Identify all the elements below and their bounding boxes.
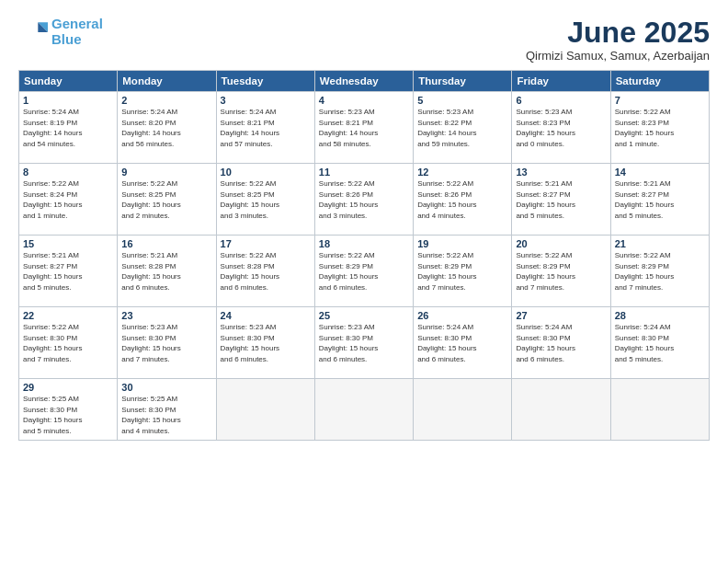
day-info: Sunrise: 5:22 AM Sunset: 8:30 PM Dayligh… — [23, 322, 113, 364]
day-info: Sunrise: 5:22 AM Sunset: 8:29 PM Dayligh… — [417, 250, 507, 293]
calendar-cell: 5Sunrise: 5:23 AM Sunset: 8:22 PM Daylig… — [414, 92, 512, 164]
calendar-cell: 24Sunrise: 5:23 AM Sunset: 8:30 PM Dayli… — [216, 307, 314, 379]
day-info: Sunrise: 5:21 AM Sunset: 8:27 PM Dayligh… — [516, 178, 606, 221]
logo-blue: Blue — [51, 31, 82, 47]
calendar-cell: 11Sunrise: 5:22 AM Sunset: 8:26 PM Dayli… — [314, 164, 413, 236]
day-info: Sunrise: 5:23 AM Sunset: 8:23 PM Dayligh… — [516, 107, 606, 149]
calendar-cell — [610, 379, 709, 440]
day-info: Sunrise: 5:23 AM Sunset: 8:30 PM Dayligh… — [121, 322, 211, 364]
calendar-cell: 3Sunrise: 5:24 AM Sunset: 8:21 PM Daylig… — [216, 92, 314, 164]
day-info: Sunrise: 5:21 AM Sunset: 8:27 PM Dayligh… — [615, 178, 705, 221]
day-info: Sunrise: 5:22 AM Sunset: 8:25 PM Dayligh… — [121, 178, 211, 221]
calendar-cell — [414, 379, 512, 440]
day-number: 26 — [417, 310, 507, 321]
calendar-cell — [512, 379, 610, 440]
day-number: 25 — [319, 310, 409, 321]
day-info: Sunrise: 5:24 AM Sunset: 8:20 PM Dayligh… — [121, 107, 211, 149]
day-info: Sunrise: 5:21 AM Sunset: 8:27 PM Dayligh… — [23, 250, 113, 293]
header-row: Sunday Monday Tuesday Wednesday Thursday… — [19, 71, 710, 92]
calendar-cell: 15Sunrise: 5:21 AM Sunset: 8:27 PM Dayli… — [19, 236, 118, 307]
col-monday: Monday — [118, 71, 216, 92]
calendar-cell: 8Sunrise: 5:22 AM Sunset: 8:24 PM Daylig… — [19, 164, 118, 236]
day-number: 18 — [319, 238, 409, 249]
day-info: Sunrise: 5:24 AM Sunset: 8:30 PM Dayligh… — [417, 322, 507, 364]
day-number: 28 — [615, 310, 705, 321]
calendar-cell: 22Sunrise: 5:22 AM Sunset: 8:30 PM Dayli… — [19, 307, 118, 379]
day-number: 9 — [121, 167, 211, 178]
day-info: Sunrise: 5:24 AM Sunset: 8:19 PM Dayligh… — [23, 107, 113, 149]
day-number: 13 — [516, 167, 606, 178]
day-info: Sunrise: 5:21 AM Sunset: 8:28 PM Dayligh… — [121, 250, 211, 293]
day-number: 2 — [121, 95, 211, 106]
calendar-cell: 29Sunrise: 5:25 AM Sunset: 8:30 PM Dayli… — [19, 379, 118, 440]
day-info: Sunrise: 5:24 AM Sunset: 8:30 PM Dayligh… — [516, 322, 606, 364]
calendar: Sunday Monday Tuesday Wednesday Thursday… — [18, 70, 710, 440]
calendar-cell: 28Sunrise: 5:24 AM Sunset: 8:30 PM Dayli… — [610, 307, 709, 379]
day-info: Sunrise: 5:24 AM Sunset: 8:21 PM Dayligh… — [221, 107, 311, 149]
day-number: 3 — [221, 95, 311, 106]
day-number: 6 — [516, 95, 606, 106]
calendar-cell: 7Sunrise: 5:22 AM Sunset: 8:23 PM Daylig… — [610, 92, 709, 164]
day-number: 24 — [221, 310, 311, 321]
calendar-cell: 17Sunrise: 5:22 AM Sunset: 8:28 PM Dayli… — [216, 236, 314, 307]
day-number: 23 — [121, 310, 211, 321]
calendar-cell: 16Sunrise: 5:21 AM Sunset: 8:28 PM Dayli… — [118, 236, 216, 307]
day-number: 16 — [121, 238, 211, 249]
day-number: 29 — [23, 382, 113, 393]
day-info: Sunrise: 5:22 AM Sunset: 8:23 PM Dayligh… — [615, 107, 705, 149]
logo-general: General — [51, 16, 103, 31]
day-number: 21 — [615, 238, 705, 249]
day-number: 27 — [516, 310, 606, 321]
calendar-cell: 23Sunrise: 5:23 AM Sunset: 8:30 PM Dayli… — [118, 307, 216, 379]
day-info: Sunrise: 5:22 AM Sunset: 8:26 PM Dayligh… — [319, 178, 409, 221]
calendar-cell: 27Sunrise: 5:24 AM Sunset: 8:30 PM Dayli… — [512, 307, 610, 379]
day-number: 5 — [417, 95, 507, 106]
calendar-cell: 14Sunrise: 5:21 AM Sunset: 8:27 PM Dayli… — [610, 164, 709, 236]
day-number: 12 — [417, 167, 507, 178]
calendar-cell: 19Sunrise: 5:22 AM Sunset: 8:29 PM Dayli… — [414, 236, 512, 307]
day-number: 4 — [319, 95, 409, 106]
header: General Blue June 2025 Qirmizi Samux, Sa… — [18, 17, 710, 63]
calendar-cell: 9Sunrise: 5:22 AM Sunset: 8:25 PM Daylig… — [118, 164, 216, 236]
day-info: Sunrise: 5:22 AM Sunset: 8:28 PM Dayligh… — [221, 250, 311, 293]
day-info: Sunrise: 5:22 AM Sunset: 8:24 PM Dayligh… — [23, 178, 113, 221]
calendar-cell: 18Sunrise: 5:22 AM Sunset: 8:29 PM Dayli… — [314, 236, 413, 307]
day-info: Sunrise: 5:25 AM Sunset: 8:30 PM Dayligh… — [121, 394, 211, 436]
logo-text: General Blue — [51, 17, 103, 47]
day-number: 30 — [121, 382, 211, 393]
day-info: Sunrise: 5:22 AM Sunset: 8:25 PM Dayligh… — [221, 178, 311, 221]
calendar-cell: 25Sunrise: 5:23 AM Sunset: 8:30 PM Dayli… — [314, 307, 413, 379]
col-wednesday: Wednesday — [314, 71, 413, 92]
day-number: 8 — [23, 167, 113, 178]
day-info: Sunrise: 5:25 AM Sunset: 8:30 PM Dayligh… — [23, 394, 113, 436]
day-number: 11 — [319, 167, 409, 178]
col-thursday: Thursday — [414, 71, 512, 92]
calendar-cell — [216, 379, 314, 440]
day-info: Sunrise: 5:22 AM Sunset: 8:29 PM Dayligh… — [615, 250, 705, 293]
calendar-cell: 21Sunrise: 5:22 AM Sunset: 8:29 PM Dayli… — [610, 236, 709, 307]
day-info: Sunrise: 5:23 AM Sunset: 8:21 PM Dayligh… — [319, 107, 409, 149]
day-info: Sunrise: 5:24 AM Sunset: 8:30 PM Dayligh… — [615, 322, 705, 364]
calendar-cell: 4Sunrise: 5:23 AM Sunset: 8:21 PM Daylig… — [314, 92, 413, 164]
day-number: 10 — [221, 167, 311, 178]
calendar-cell: 1Sunrise: 5:24 AM Sunset: 8:19 PM Daylig… — [19, 92, 118, 164]
location: Qirmizi Samux, Samux, Azerbaijan — [526, 49, 710, 63]
day-info: Sunrise: 5:22 AM Sunset: 8:26 PM Dayligh… — [417, 178, 507, 221]
day-number: 14 — [615, 167, 705, 178]
day-number: 7 — [615, 95, 705, 106]
day-info: Sunrise: 5:22 AM Sunset: 8:29 PM Dayligh… — [516, 250, 606, 293]
col-saturday: Saturday — [610, 71, 709, 92]
logo: General Blue — [18, 17, 103, 47]
calendar-cell: 20Sunrise: 5:22 AM Sunset: 8:29 PM Dayli… — [512, 236, 610, 307]
page: General Blue June 2025 Qirmizi Samux, Sa… — [0, 0, 728, 563]
col-tuesday: Tuesday — [216, 71, 314, 92]
day-number: 1 — [23, 95, 113, 106]
col-friday: Friday — [512, 71, 610, 92]
day-info: Sunrise: 5:22 AM Sunset: 8:29 PM Dayligh… — [319, 250, 409, 293]
day-number: 19 — [417, 238, 507, 249]
calendar-cell: 26Sunrise: 5:24 AM Sunset: 8:30 PM Dayli… — [414, 307, 512, 379]
day-info: Sunrise: 5:23 AM Sunset: 8:22 PM Dayligh… — [417, 107, 507, 149]
day-number: 20 — [516, 238, 606, 249]
calendar-cell: 10Sunrise: 5:22 AM Sunset: 8:25 PM Dayli… — [216, 164, 314, 236]
calendar-cell: 2Sunrise: 5:24 AM Sunset: 8:20 PM Daylig… — [118, 92, 216, 164]
